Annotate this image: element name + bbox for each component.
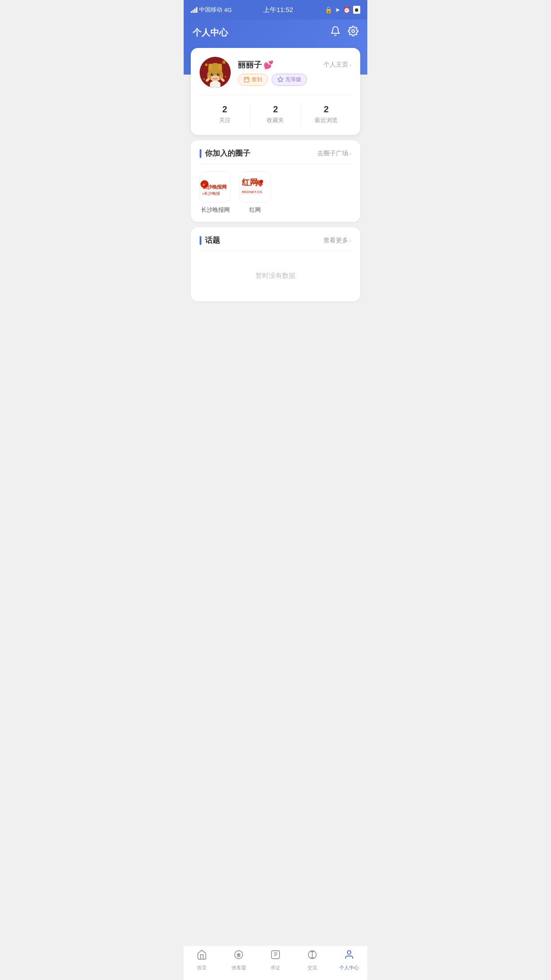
topics-header: 话题 查看更多 › bbox=[200, 235, 351, 245]
circles-grid: 长沙晚报网 e长沙晚报 e 长沙晚报网 红网 REDNET.CN bbox=[200, 171, 351, 214]
checkin-button[interactable]: 签到 bbox=[238, 74, 268, 86]
status-right: 🔒 ➤ ⏰ ■ bbox=[325, 6, 360, 14]
signal-bars bbox=[191, 7, 197, 13]
profile-name: 丽丽子 bbox=[238, 59, 262, 70]
settings-icon[interactable] bbox=[348, 26, 358, 39]
following-count: 2 bbox=[200, 104, 250, 115]
svg-point-36 bbox=[260, 180, 263, 183]
svg-point-4 bbox=[224, 76, 226, 78]
profile-name-row: 丽丽子 💕 个人主页 › bbox=[238, 59, 351, 70]
page-title: 个人中心 bbox=[193, 27, 228, 39]
stat-following[interactable]: 2 关注 bbox=[200, 103, 250, 126]
circles-divider bbox=[200, 164, 351, 164]
network-label: 4G bbox=[224, 7, 232, 13]
recent-label: 最近浏览 bbox=[301, 116, 351, 124]
level-label: 无等级 bbox=[285, 76, 301, 83]
following-label: 关注 bbox=[200, 116, 250, 124]
stats-row: 2 关注 2 收藏夹 2 最近浏览 bbox=[200, 103, 351, 126]
topics-accent bbox=[200, 236, 201, 245]
profile-card: 丽丽子 💕 个人主页 › 签到 bbox=[191, 48, 360, 135]
notification-icon[interactable] bbox=[330, 26, 341, 39]
chevron-right-icon: › bbox=[349, 150, 351, 157]
status-left: 中国移动 4G bbox=[191, 6, 232, 14]
topics-title: 话题 bbox=[200, 235, 220, 245]
circles-accent bbox=[200, 149, 201, 158]
avatar[interactable] bbox=[200, 57, 231, 88]
recent-count: 2 bbox=[301, 104, 351, 115]
svg-rect-33 bbox=[240, 172, 270, 202]
svg-text:红网: 红网 bbox=[241, 178, 258, 187]
carrier-label: 中国移动 bbox=[199, 6, 222, 14]
header-icons bbox=[330, 26, 358, 39]
location-icon: ➤ bbox=[335, 6, 340, 13]
svg-point-17 bbox=[219, 76, 223, 78]
profile-tags: 签到 无等级 bbox=[238, 74, 351, 86]
svg-point-0 bbox=[352, 30, 354, 32]
level-badge: 无等级 bbox=[272, 74, 307, 86]
svg-text:REDNET.CN: REDNET.CN bbox=[242, 190, 262, 194]
changsha-logo: 长沙晚报网 e长沙晚报 e bbox=[200, 171, 231, 202]
svg-text:e长沙晚报: e长沙晚报 bbox=[202, 191, 220, 196]
rednet-logo: 红网 REDNET.CN bbox=[240, 171, 271, 202]
lock-icon: 🔒 bbox=[325, 6, 332, 13]
svg-marker-27 bbox=[278, 77, 283, 82]
topics-divider bbox=[200, 251, 351, 251]
profile-homepage-link[interactable]: 个人主页 › bbox=[323, 61, 351, 69]
stat-recent[interactable]: 2 最近浏览 bbox=[301, 103, 351, 126]
profile-name-emoji: 💕 bbox=[264, 60, 273, 70]
rednet-name: 红网 bbox=[249, 206, 261, 214]
circles-header: 你加入的圈子 去圈子广场 › bbox=[200, 148, 351, 158]
circles-more-link[interactable]: 去圈子广场 › bbox=[317, 150, 351, 158]
svg-rect-23 bbox=[244, 77, 249, 82]
circle-item-rednet[interactable]: 红网 REDNET.CN 红网 bbox=[240, 171, 271, 214]
circle-item-changsha[interactable]: 长沙晚报网 e长沙晚报 e 长沙晚报网 bbox=[200, 171, 231, 214]
svg-point-15 bbox=[218, 74, 219, 75]
svg-point-2 bbox=[205, 63, 208, 66]
chevron-right-icon: › bbox=[349, 237, 351, 244]
topics-section: 话题 查看更多 › 暂时没有数据 bbox=[191, 227, 360, 301]
svg-point-14 bbox=[212, 74, 213, 75]
stat-favorites[interactable]: 2 收藏夹 bbox=[250, 103, 301, 126]
favorites-count: 2 bbox=[250, 104, 300, 115]
battery-icon: ■ bbox=[353, 6, 360, 14]
checkin-label: 签到 bbox=[252, 76, 262, 83]
svg-text:e: e bbox=[203, 182, 205, 187]
time-label: 上午11:52 bbox=[263, 6, 293, 14]
status-bar: 中国移动 4G 上午11:52 🔒 ➤ ⏰ ■ bbox=[184, 0, 367, 20]
svg-point-3 bbox=[222, 60, 226, 64]
circles-section: 你加入的圈子 去圈子广场 › 长沙晚报网 e长沙晚报 e 长沙晚报网 bbox=[191, 140, 360, 222]
circles-title: 你加入的圈子 bbox=[200, 148, 250, 158]
svg-point-12 bbox=[211, 73, 213, 76]
svg-rect-19 bbox=[210, 83, 220, 88]
svg-point-5 bbox=[203, 78, 205, 80]
profile-top: 丽丽子 💕 个人主页 › 签到 bbox=[200, 57, 351, 88]
chevron-right-icon: › bbox=[349, 61, 351, 68]
svg-point-16 bbox=[208, 76, 211, 78]
topics-more-link[interactable]: 查看更多 › bbox=[323, 237, 351, 245]
profile-divider bbox=[200, 95, 351, 95]
no-data-text: 暂时没有数据 bbox=[200, 258, 351, 293]
profile-info: 丽丽子 💕 个人主页 › 签到 bbox=[238, 59, 351, 86]
svg-point-13 bbox=[217, 73, 220, 76]
changsha-name: 长沙晚报网 bbox=[201, 206, 230, 214]
alarm-icon: ⏰ bbox=[343, 6, 350, 13]
favorites-label: 收藏夹 bbox=[250, 116, 300, 124]
